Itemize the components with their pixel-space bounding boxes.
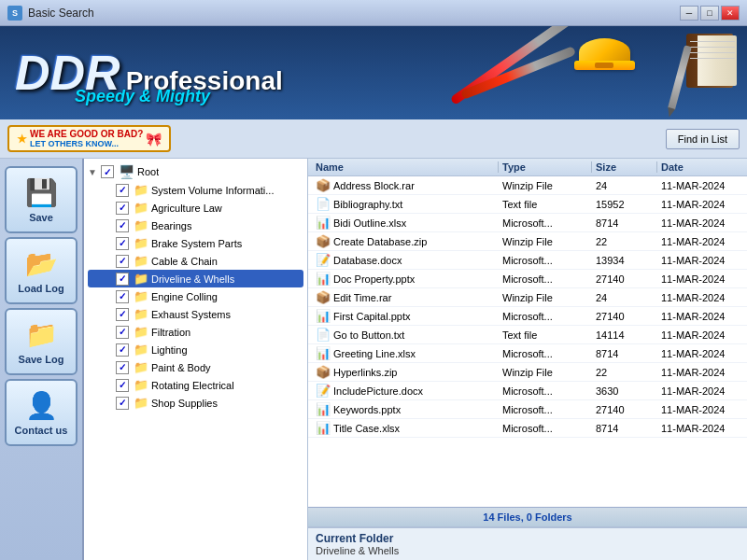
file-name: Hyperlinks.zip — [333, 367, 397, 378]
tree-item-paint-body[interactable]: 📁 Paint & Body — [88, 358, 303, 376]
save-icon: 💾 — [25, 177, 58, 208]
file-size: 27140 — [592, 311, 657, 322]
file-type: Winzip File — [499, 292, 592, 303]
tree-item-checkbox[interactable] — [116, 237, 129, 250]
file-type-icon: 📊 — [316, 402, 331, 416]
tree-panel[interactable]: ▼ 🖥️ Root 📁 System Volume Informati... 📁… — [84, 159, 308, 560]
file-row[interactable]: 📝 Database.docx Microsoft... 13934 11-MA… — [308, 251, 747, 270]
tree-item-rotating-electrical[interactable]: 📁 Rotating Electrical — [88, 376, 303, 394]
tree-item-checkbox[interactable] — [116, 184, 129, 197]
file-size: 8714 — [592, 217, 657, 229]
tree-item-system-volume[interactable]: 📁 System Volume Informati... — [88, 181, 303, 199]
file-name: Edit Time.rar — [333, 292, 391, 303]
tree-item-folder-icon: 📁 — [134, 325, 148, 339]
file-name-cell: 📦 Edit Time.rar — [312, 290, 499, 304]
tree-root-item[interactable]: ▼ 🖥️ Root — [88, 162, 303, 181]
file-row[interactable]: 📦 Edit Time.rar Winzip File 24 11-MAR-20… — [308, 288, 747, 307]
file-name: Bidi Outline.xlsx — [333, 217, 406, 229]
file-name: Create Database.zip — [333, 236, 427, 247]
file-type: Microsoft... — [499, 255, 592, 266]
tree-item-checkbox[interactable] — [116, 273, 129, 286]
app-header: DDR Professional Speedy & Mighty — [0, 26, 747, 119]
tree-item-checkbox[interactable] — [116, 326, 129, 339]
tree-item-shop-supplies[interactable]: 📁 Shop Supplies — [88, 394, 303, 412]
file-type-icon: 📄 — [316, 328, 331, 342]
tree-item-checkbox[interactable] — [116, 255, 129, 268]
close-button[interactable]: ✕ — [721, 6, 740, 21]
file-row[interactable]: 📊 Greeting Line.xlsx Microsoft... 8714 1… — [308, 344, 747, 363]
file-row[interactable]: 📝 IncludePicture.docx Microsoft... 3630 … — [308, 382, 747, 400]
file-row[interactable]: 📊 Doc Property.pptx Microsoft... 27140 1… — [308, 270, 747, 288]
hardhat-icon — [574, 31, 635, 87]
file-name: First Capital.pptx — [333, 311, 411, 322]
contact-us-icon: 👤 — [25, 390, 58, 421]
tree-item-checkbox[interactable] — [116, 202, 129, 215]
tree-root-folder-icon: 🖥️ — [119, 164, 134, 179]
tree-item-label: Bearings — [151, 220, 191, 231]
contact-us-button[interactable]: 👤 Contact us — [5, 379, 78, 446]
load-log-button[interactable]: 📂 Load Log — [5, 237, 78, 304]
left-sidebar: 💾 Save 📂 Load Log 📁 Save Log 👤 Contact u… — [0, 159, 84, 560]
file-type-icon: 📊 — [316, 272, 331, 286]
file-type-icon: 📝 — [316, 253, 331, 267]
find-in-list-button[interactable]: Find in List — [666, 129, 740, 149]
tree-item-checkbox[interactable] — [116, 290, 129, 303]
tree-item-folder-icon: 📁 — [134, 218, 148, 232]
file-date: 11-MAR-2024 — [657, 385, 747, 397]
file-row[interactable]: 📦 Address Block.rar Winzip File 24 11-MA… — [308, 176, 747, 195]
file-size: 27140 — [592, 273, 657, 285]
file-row[interactable]: 📦 Hyperlinks.zip Winzip File 22 11-MAR-2… — [308, 363, 747, 382]
tree-item-checkbox[interactable] — [116, 397, 129, 410]
file-size: 8714 — [592, 423, 657, 434]
tree-root-checkbox[interactable] — [101, 165, 114, 178]
file-list-body[interactable]: 📦 Address Block.rar Winzip File 24 11-MA… — [308, 176, 747, 507]
file-date: 11-MAR-2024 — [657, 292, 747, 303]
tree-item-checkbox[interactable] — [116, 343, 129, 357]
file-row[interactable]: 📄 Bibliography.txt Text file 15952 11-MA… — [308, 195, 747, 214]
file-name-cell: 📦 Hyperlinks.zip — [312, 365, 499, 379]
save-log-button[interactable]: 📁 Save Log — [5, 308, 78, 375]
tree-item-driveline[interactable]: 📁 Driveline & Whells — [88, 270, 303, 287]
file-date: 11-MAR-2024 — [657, 404, 747, 415]
tree-item-folder-icon: 📁 — [134, 343, 148, 357]
maximize-button[interactable]: □ — [700, 6, 719, 21]
tree-root-label: Root — [137, 166, 159, 177]
file-name-cell: 📊 Greeting Line.xlsx — [312, 346, 499, 360]
file-date: 11-MAR-2024 — [657, 255, 747, 266]
tree-item-checkbox[interactable] — [116, 308, 129, 321]
tree-item-bearings[interactable]: 📁 Bearings — [88, 217, 303, 234]
file-name-cell: 📝 Database.docx — [312, 253, 499, 267]
file-row[interactable]: 📊 Title Case.xlsx Microsoft... 8714 11-M… — [308, 419, 747, 438]
tree-item-lighting[interactable]: 📁 Lighting — [88, 341, 303, 358]
file-row[interactable]: 📄 Go to Button.txt Text file 14114 11-MA… — [308, 326, 747, 344]
tree-item-filtration[interactable]: 📁 Filtration — [88, 323, 303, 341]
file-name: IncludePicture.docx — [333, 385, 423, 397]
file-row[interactable]: 📊 First Capital.pptx Microsoft... 27140 … — [308, 307, 747, 326]
file-size: 15952 — [592, 199, 657, 210]
tree-item-agriculture-law[interactable]: 📁 Agriculture Law — [88, 199, 303, 217]
header-decorations — [448, 26, 747, 119]
we-are-good-button[interactable]: ★ WE ARE GOOD OR BAD? LET OTHERS KNOW...… — [7, 125, 171, 152]
tree-item-cable-chain[interactable]: 📁 Cable & Chain — [88, 252, 303, 270]
tree-item-checkbox[interactable] — [116, 219, 129, 232]
file-row[interactable]: 📊 Bidi Outline.xlsx Microsoft... 8714 11… — [308, 214, 747, 232]
tree-item-folder-icon: 📁 — [134, 183, 148, 197]
tree-item-folder-icon: 📁 — [134, 378, 148, 392]
tree-item-engine-colling[interactable]: 📁 Engine Colling — [88, 287, 303, 305]
file-name-cell: 📊 Keywords.pptx — [312, 402, 499, 416]
tree-item-checkbox[interactable] — [116, 361, 129, 374]
tree-item-exhaust-systems[interactable]: 📁 Exhaust Systems — [88, 305, 303, 323]
col-size: Size — [592, 161, 657, 173]
tree-item-checkbox[interactable] — [116, 379, 129, 392]
file-type-icon: 📦 — [316, 290, 331, 304]
tree-item-folder-icon: 📁 — [134, 201, 148, 215]
file-name: Doc Property.pptx — [333, 273, 415, 285]
minimize-button[interactable]: ─ — [680, 6, 698, 21]
file-row[interactable]: 📦 Create Database.zip Winzip File 22 11-… — [308, 232, 747, 251]
tree-item-brake-system[interactable]: 📁 Brake System Parts — [88, 234, 303, 252]
file-name-cell: 📊 First Capital.pptx — [312, 309, 499, 323]
book-icon — [686, 34, 738, 90]
file-row[interactable]: 📊 Keywords.pptx Microsoft... 27140 11-MA… — [308, 400, 747, 419]
save-button[interactable]: 💾 Save — [5, 166, 78, 233]
file-type: Microsoft... — [499, 423, 592, 434]
